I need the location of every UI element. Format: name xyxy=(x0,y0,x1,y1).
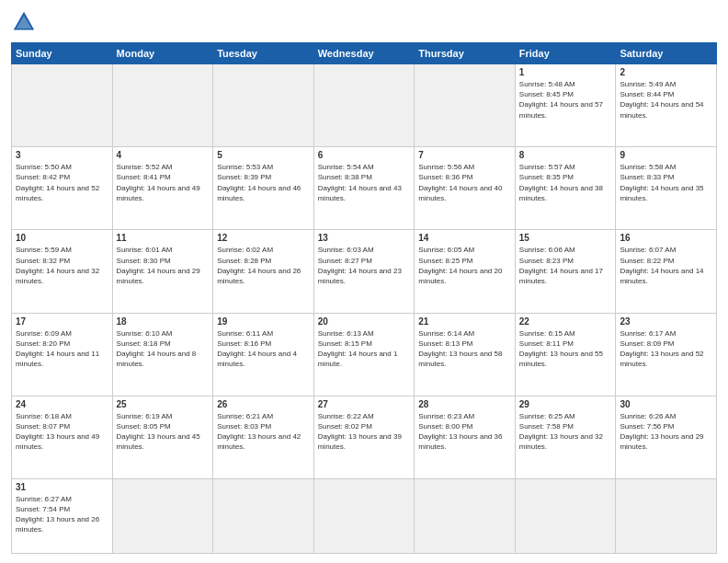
calendar-cell: 16Sunrise: 6:07 AMSunset: 8:22 PMDayligh… xyxy=(616,230,717,313)
weekday-header-thursday: Thursday xyxy=(415,43,516,64)
day-number: 9 xyxy=(620,150,712,160)
sun-info: Sunrise: 5:58 AMSunset: 8:33 PMDaylight:… xyxy=(620,162,712,203)
calendar-cell: 8Sunrise: 5:57 AMSunset: 8:35 PMDaylight… xyxy=(515,147,616,230)
sun-info: Sunrise: 6:19 AMSunset: 8:05 PMDaylight:… xyxy=(117,411,210,453)
sun-info: Sunrise: 6:23 AMSunset: 8:00 PMDaylight:… xyxy=(418,411,511,453)
calendar-week-4: 17Sunrise: 6:09 AMSunset: 8:20 PMDayligh… xyxy=(12,313,717,396)
sun-info: Sunrise: 5:56 AMSunset: 8:36 PMDaylight:… xyxy=(418,162,511,203)
day-number: 12 xyxy=(217,233,310,243)
sun-info: Sunrise: 6:25 AMSunset: 7:58 PMDaylight:… xyxy=(519,411,612,453)
day-number: 28 xyxy=(418,399,511,409)
day-number: 11 xyxy=(117,233,210,243)
calendar-cell xyxy=(616,478,717,553)
header xyxy=(11,9,717,35)
sun-info: Sunrise: 6:14 AMSunset: 8:13 PMDaylight:… xyxy=(418,328,511,370)
calendar-cell xyxy=(213,64,314,147)
sun-info: Sunrise: 6:07 AMSunset: 8:22 PMDaylight:… xyxy=(620,245,712,286)
calendar-cell xyxy=(112,478,213,553)
day-number: 7 xyxy=(418,150,511,160)
sun-info: Sunrise: 5:52 AMSunset: 8:41 PMDaylight:… xyxy=(117,162,210,203)
weekday-header-sunday: Sunday xyxy=(12,43,113,64)
day-number: 18 xyxy=(117,316,210,327)
calendar-cell xyxy=(313,478,415,553)
calendar-cell: 30Sunrise: 6:26 AMSunset: 7:56 PMDayligh… xyxy=(616,396,717,478)
weekday-header-friday: Friday xyxy=(515,43,616,64)
day-number: 1 xyxy=(519,67,612,77)
day-number: 6 xyxy=(318,150,411,160)
calendar-table: SundayMondayTuesdayWednesdayThursdayFrid… xyxy=(11,42,717,554)
sun-info: Sunrise: 6:21 AMSunset: 8:03 PMDaylight:… xyxy=(217,411,310,453)
day-number: 3 xyxy=(16,150,108,160)
calendar-cell: 28Sunrise: 6:23 AMSunset: 8:00 PMDayligh… xyxy=(415,396,516,478)
day-number: 26 xyxy=(217,399,310,409)
sun-info: Sunrise: 5:59 AMSunset: 8:32 PMDaylight:… xyxy=(16,245,108,286)
day-number: 22 xyxy=(519,316,612,327)
calendar-page: SundayMondayTuesdayWednesdayThursdayFrid… xyxy=(0,0,728,563)
calendar-week-2: 3Sunrise: 5:50 AMSunset: 8:42 PMDaylight… xyxy=(12,147,717,230)
weekday-header-saturday: Saturday xyxy=(616,43,717,64)
day-number: 10 xyxy=(16,233,108,243)
day-number: 31 xyxy=(16,482,108,492)
weekday-header-wednesday: Wednesday xyxy=(313,43,415,64)
day-number: 30 xyxy=(620,399,712,409)
calendar-week-6: 31Sunrise: 6:27 AMSunset: 7:54 PMDayligh… xyxy=(12,478,717,553)
sun-info: Sunrise: 6:09 AMSunset: 8:20 PMDaylight:… xyxy=(16,328,108,370)
calendar-cell: 9Sunrise: 5:58 AMSunset: 8:33 PMDaylight… xyxy=(616,147,717,230)
calendar-cell xyxy=(415,478,516,553)
calendar-cell: 7Sunrise: 5:56 AMSunset: 8:36 PMDaylight… xyxy=(415,147,516,230)
logo-icon xyxy=(11,9,37,35)
calendar-cell: 14Sunrise: 6:05 AMSunset: 8:25 PMDayligh… xyxy=(415,230,516,313)
day-number: 8 xyxy=(519,150,612,160)
day-number: 23 xyxy=(620,316,712,327)
day-number: 13 xyxy=(318,233,411,243)
day-number: 29 xyxy=(519,399,612,409)
calendar-cell: 26Sunrise: 6:21 AMSunset: 8:03 PMDayligh… xyxy=(213,396,314,478)
calendar-cell: 11Sunrise: 6:01 AMSunset: 8:30 PMDayligh… xyxy=(112,230,213,313)
calendar-cell: 18Sunrise: 6:10 AMSunset: 8:18 PMDayligh… xyxy=(112,313,213,396)
weekday-header-monday: Monday xyxy=(112,43,213,64)
day-number: 27 xyxy=(318,399,411,409)
sun-info: Sunrise: 6:01 AMSunset: 8:30 PMDaylight:… xyxy=(117,245,210,286)
day-number: 16 xyxy=(620,233,712,243)
calendar-cell: 4Sunrise: 5:52 AMSunset: 8:41 PMDaylight… xyxy=(112,147,213,230)
sun-info: Sunrise: 6:18 AMSunset: 8:07 PMDaylight:… xyxy=(16,411,108,453)
sun-info: Sunrise: 6:13 AMSunset: 8:15 PMDaylight:… xyxy=(318,328,411,370)
calendar-cell: 31Sunrise: 6:27 AMSunset: 7:54 PMDayligh… xyxy=(12,478,113,553)
sun-info: Sunrise: 5:53 AMSunset: 8:39 PMDaylight:… xyxy=(217,162,310,203)
sun-info: Sunrise: 6:15 AMSunset: 8:11 PMDaylight:… xyxy=(519,328,612,370)
day-number: 2 xyxy=(620,67,712,77)
calendar-cell: 12Sunrise: 6:02 AMSunset: 8:28 PMDayligh… xyxy=(213,230,314,313)
sun-info: Sunrise: 5:49 AMSunset: 8:44 PMDaylight:… xyxy=(620,79,712,121)
calendar-cell xyxy=(415,64,516,147)
calendar-cell: 6Sunrise: 5:54 AMSunset: 8:38 PMDaylight… xyxy=(313,147,415,230)
calendar-cell: 5Sunrise: 5:53 AMSunset: 8:39 PMDaylight… xyxy=(213,147,314,230)
day-number: 14 xyxy=(418,233,511,243)
calendar-cell xyxy=(213,478,314,553)
calendar-cell: 29Sunrise: 6:25 AMSunset: 7:58 PMDayligh… xyxy=(515,396,616,478)
calendar-cell xyxy=(112,64,213,147)
calendar-cell: 2Sunrise: 5:49 AMSunset: 8:44 PMDaylight… xyxy=(616,64,717,147)
calendar-week-1: 1Sunrise: 5:48 AMSunset: 8:45 PMDaylight… xyxy=(12,64,717,147)
calendar-cell: 15Sunrise: 6:06 AMSunset: 8:23 PMDayligh… xyxy=(515,230,616,313)
calendar-week-5: 24Sunrise: 6:18 AMSunset: 8:07 PMDayligh… xyxy=(12,396,717,478)
day-number: 24 xyxy=(16,399,108,409)
sun-info: Sunrise: 5:50 AMSunset: 8:42 PMDaylight:… xyxy=(16,162,108,203)
calendar-cell: 23Sunrise: 6:17 AMSunset: 8:09 PMDayligh… xyxy=(616,313,717,396)
calendar-cell: 24Sunrise: 6:18 AMSunset: 8:07 PMDayligh… xyxy=(12,396,113,478)
sun-info: Sunrise: 6:03 AMSunset: 8:27 PMDaylight:… xyxy=(318,245,411,286)
calendar-cell: 13Sunrise: 6:03 AMSunset: 8:27 PMDayligh… xyxy=(313,230,415,313)
sun-info: Sunrise: 6:26 AMSunset: 7:56 PMDaylight:… xyxy=(620,411,712,453)
sun-info: Sunrise: 6:10 AMSunset: 8:18 PMDaylight:… xyxy=(117,328,210,370)
day-number: 20 xyxy=(318,316,411,327)
day-number: 4 xyxy=(117,150,210,160)
calendar-cell: 17Sunrise: 6:09 AMSunset: 8:20 PMDayligh… xyxy=(12,313,113,396)
calendar-cell: 27Sunrise: 6:22 AMSunset: 8:02 PMDayligh… xyxy=(313,396,415,478)
calendar-body: 1Sunrise: 5:48 AMSunset: 8:45 PMDaylight… xyxy=(12,64,717,554)
sun-info: Sunrise: 6:17 AMSunset: 8:09 PMDaylight:… xyxy=(620,328,712,370)
day-number: 19 xyxy=(217,316,310,327)
calendar-cell: 22Sunrise: 6:15 AMSunset: 8:11 PMDayligh… xyxy=(515,313,616,396)
calendar-header: SundayMondayTuesdayWednesdayThursdayFrid… xyxy=(12,43,717,64)
sun-info: Sunrise: 6:22 AMSunset: 8:02 PMDaylight:… xyxy=(318,411,411,453)
calendar-cell: 21Sunrise: 6:14 AMSunset: 8:13 PMDayligh… xyxy=(415,313,516,396)
sun-info: Sunrise: 6:27 AMSunset: 7:54 PMDaylight:… xyxy=(16,494,108,535)
